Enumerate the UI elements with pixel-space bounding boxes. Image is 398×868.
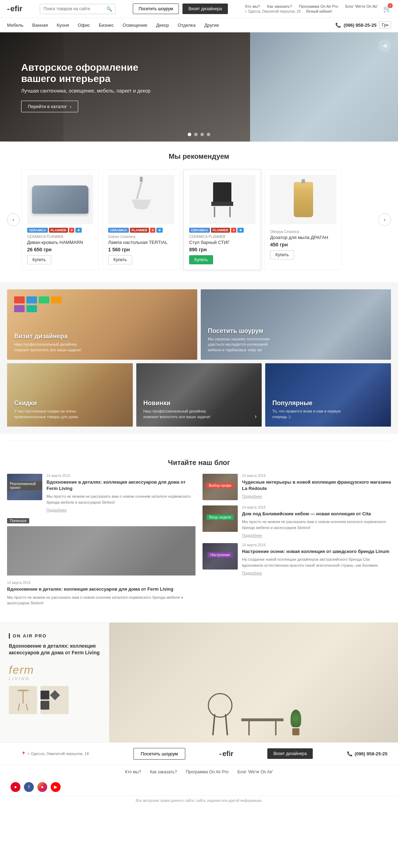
badge-planmeb-lamp: PLANMEB xyxy=(130,228,149,233)
nav-decor[interactable]: Декор xyxy=(156,23,169,28)
badge-ceramica-chair: CERAMICA xyxy=(189,228,210,233)
footer-address: 📍 г. Одесса, Омилятой переулок, 18 xyxy=(11,750,99,758)
promo-title-showroom: Посетить шоурум xyxy=(208,327,278,335)
blog-badge-1: Реализованный проект xyxy=(7,481,42,490)
blog-excerpt-4: Мы просто не можем не рассказать вам о н… xyxy=(242,519,391,530)
footer-nav-who[interactable]: Кто мы? xyxy=(125,769,141,774)
promo-card-showroom[interactable]: Посетить шоурум Мы уверены нашему посети… xyxy=(201,289,391,360)
promo-arrow-new[interactable]: › xyxy=(255,413,256,420)
blog-section: Читайте наш блог Реализованный проект 14… xyxy=(0,441,398,615)
buy-button-chair[interactable]: Купить xyxy=(189,255,213,264)
product-price-dispenser: 450 грн xyxy=(270,242,336,247)
blog-more-2[interactable]: Подробнее xyxy=(242,494,262,498)
buy-button-lamp[interactable]: Купить xyxy=(108,255,132,264)
product-card-sofa: CERAMICA PLANMEB ♥ ★ CERAMICA PLANMEB Ди… xyxy=(21,169,99,270)
hero-dot-2[interactable] xyxy=(194,133,198,136)
products-next-arrow[interactable]: › xyxy=(378,213,391,226)
promo-grid-bottom: Скидки У нас постоянные скидки на очень … xyxy=(7,363,391,427)
currency-selector[interactable]: Грн xyxy=(379,21,391,29)
nav-right: 📞 (096) 958-25-25 Грн xyxy=(335,21,391,29)
header-top-links: Кто мы? Как заказать? Программа On Air P… xyxy=(245,4,378,8)
phone-number[interactable]: (096) 958-25-25 xyxy=(344,23,377,28)
hero-dot-1[interactable] xyxy=(188,133,191,136)
header-right: Кто мы? Как заказать? Программа On Air P… xyxy=(245,4,391,13)
nav-furniture[interactable]: Мебель xyxy=(7,23,24,28)
nav-finish[interactable]: Отделка xyxy=(178,23,195,28)
footer-phone-number: (096) 958-25-25 xyxy=(355,751,387,756)
product-image-chair xyxy=(189,175,255,224)
hero-subtitle: Лучшая сантехника, освещение, мебель, па… xyxy=(21,88,155,94)
program-link[interactable]: Программа On Air Pro xyxy=(299,4,338,8)
product-badges-lamp: CERAMICA PLANMEB ♥ ★ xyxy=(108,228,174,233)
blog-post-4-content: 14 марта 2018 Дом под Боливийским небом … xyxy=(242,505,391,538)
promo-title-sale: Скидки xyxy=(14,400,85,407)
on-air-brand: ferm LIVING xyxy=(9,663,100,681)
nav-kitchen[interactable]: Кухня xyxy=(57,23,69,28)
how-to-order-link[interactable]: Как заказать? xyxy=(267,4,292,8)
facebook-icon[interactable]: f xyxy=(24,782,34,792)
search-input[interactable] xyxy=(40,4,104,13)
account-link[interactable]: Личный кабинет xyxy=(306,10,332,13)
visit-showroom-button[interactable]: Посетить шоурум xyxy=(133,4,179,14)
hero-content: Авторское оформление вашего интерьера Лу… xyxy=(0,62,176,112)
promo-card-popular[interactable]: Популярные То, что нравится всем и нам в… xyxy=(265,363,391,427)
logo[interactable]: - efir xyxy=(7,4,23,13)
search-button[interactable]: 🔍 xyxy=(104,4,115,14)
blog-date-5: 14 марта 2018 xyxy=(242,543,391,547)
logo-e: - xyxy=(7,4,10,13)
hero-dot-4[interactable] xyxy=(207,133,210,136)
footer-showroom-button[interactable]: Посетить шоурум xyxy=(133,748,186,760)
promo-grid-top: Визит дизайнера Наш профессиональный диз… xyxy=(7,289,391,360)
blog-link[interactable]: Блог 'We're On Air' xyxy=(345,4,378,8)
blog-excerpt-6: Мы просто не можем не рассказать вам о н… xyxy=(7,595,195,606)
blog-image-1: Реализованный проект xyxy=(7,474,42,500)
footer-phone-area: 📞 (096) 958-25-25 xyxy=(347,751,387,756)
promo-card-new[interactable]: Новинки Наш профессиональный дизайнер по… xyxy=(136,363,262,427)
nav-office[interactable]: Офис xyxy=(78,23,90,28)
footer-phone-icon: 📞 xyxy=(347,751,353,756)
location-icon: 📍 xyxy=(21,751,26,756)
badge-bookmark: ★ xyxy=(75,228,82,233)
product-image-sofa xyxy=(27,175,93,224)
footer-nav-blog[interactable]: Блог 'We're On Air' xyxy=(237,769,273,774)
footer-nav-program[interactable]: Программа On Air Pro xyxy=(186,769,229,774)
product-card-dispenser: Olimpya Ceramica Дозатор для мыла ДРАГАН… xyxy=(265,169,342,270)
hero-logo-overlay: -e xyxy=(378,39,391,52)
youtube-icon[interactable]: ▶ xyxy=(51,782,61,792)
footer-nav-how[interactable]: Как заказать? xyxy=(150,769,177,774)
address: г. Одесса, Омолятой переулок, 18 xyxy=(245,10,300,13)
pinterest-icon[interactable]: ● xyxy=(11,782,20,792)
buy-button-sofa[interactable]: Купить xyxy=(27,255,51,264)
promo-card-designer[interactable]: Визит дизайнера Наш профессиональный диз… xyxy=(7,289,197,360)
nav-other[interactable]: Другие xyxy=(204,23,219,28)
nav-links: Мебель Ванная Кухня Офис Бизнес Освещени… xyxy=(7,23,219,28)
instagram-icon[interactable]: ● xyxy=(37,782,47,792)
footer-designer-button[interactable]: Визит дизайнера xyxy=(267,748,313,759)
blog-more-4[interactable]: Подробнее xyxy=(242,533,262,537)
nav-bathroom[interactable]: Ванная xyxy=(32,23,48,28)
blog-post-2: Выбор профи 14 марта 2018 Чудесные интер… xyxy=(203,474,391,500)
buy-button-dispenser[interactable]: Купить xyxy=(270,250,294,259)
visit-designer-button[interactable]: Визит дизайнера xyxy=(182,4,228,14)
blog-image-2: Выбор профи xyxy=(203,474,238,500)
blog-left-column: Реализованный проект 14 марта 2018 Вдохн… xyxy=(7,474,195,608)
product-badges-sofa: CERAMICA PLANMEB ♥ ★ xyxy=(27,228,93,233)
products-prev-arrow[interactable]: ‹ xyxy=(7,213,20,226)
footer-social: ● f ● ▶ xyxy=(0,779,398,795)
hero-dot-3[interactable] xyxy=(200,133,204,136)
product-vendor-sofa: CERAMICA PLANMEB xyxy=(27,235,93,239)
blog-premiere-image xyxy=(7,526,195,575)
blog-date-1: 14 марта 2018 xyxy=(46,474,195,478)
blog-more-1[interactable]: Подробнее xyxy=(46,508,67,512)
blog-post-1: Реализованный проект 14 марта 2018 Вдохн… xyxy=(7,474,195,512)
nav-business[interactable]: Бизнес xyxy=(99,23,114,28)
cart-icon[interactable]: 🛒 2 xyxy=(383,5,391,13)
footer-logo[interactable]: -efir xyxy=(219,750,234,758)
nav-lighting[interactable]: Освещение xyxy=(123,23,147,28)
blog-more-5[interactable]: Подробнее xyxy=(242,571,262,575)
hero-catalog-button[interactable]: Перейти в каталог › xyxy=(21,101,78,112)
promo-desc-sale: У нас постоянные скидки на очень привлек… xyxy=(14,409,85,420)
who-we-are-link[interactable]: Кто мы? xyxy=(245,4,260,8)
product-name-dispenser: Дозатор для мыла ДРАГАН xyxy=(270,235,336,240)
promo-card-sale[interactable]: Скидки У нас постоянные скидки на очень … xyxy=(7,363,133,427)
